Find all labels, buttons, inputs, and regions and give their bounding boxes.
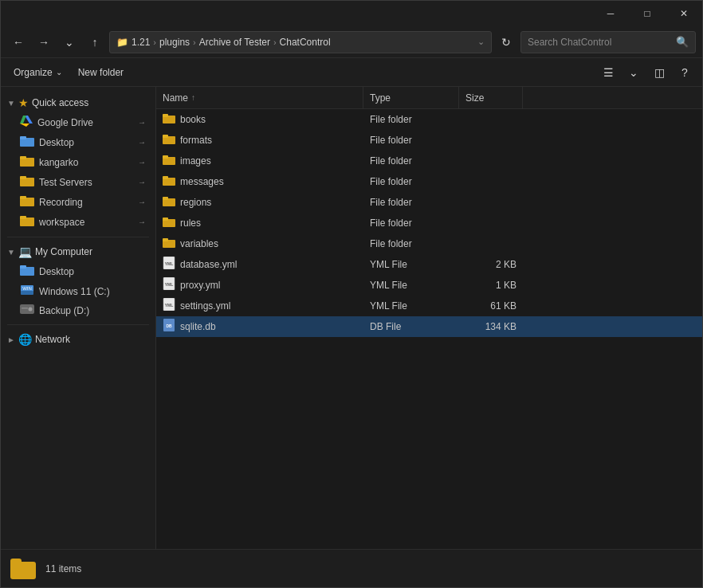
dropdown-recent-button[interactable]: ⌄ [58, 31, 81, 53]
address-part-4[interactable]: ChatControl [280, 37, 331, 48]
svg-text:DB: DB [166, 323, 172, 328]
table-row[interactable]: regions File folder [156, 192, 702, 213]
sidebar-item-desktop-drive[interactable]: Desktop [4, 261, 152, 281]
file-name: books [180, 114, 206, 125]
svg-marker-1 [20, 116, 26, 123]
address-part-3[interactable]: Archive of Tester [199, 37, 270, 48]
file-type: YML File [370, 300, 407, 312]
svg-rect-31 [163, 197, 168, 200]
table-row[interactable]: DB sqlite.db DB File 134 KB [156, 316, 702, 337]
file-name: images [180, 155, 211, 167]
table-row[interactable]: YML database.yml YML File 2 KB [156, 254, 702, 275]
organize-button[interactable]: Organize ⌄ [7, 62, 69, 83]
minimize-button[interactable]: ─ [592, 1, 629, 26]
col-header-name[interactable]: Name ↑ [156, 87, 363, 108]
view-dropdown-button[interactable]: ⌄ [622, 62, 645, 83]
file-name: variables [180, 238, 218, 249]
my-computer-chevron-icon: ▼ [7, 248, 15, 257]
sidebar-divider-1 [7, 237, 149, 237]
sidebar-item-windows-c-label: Windows 11 (C:) [39, 286, 146, 297]
sidebar-item-workspace-label: workspace [39, 217, 133, 228]
file-name: sqlite.db [180, 321, 216, 332]
table-row[interactable]: YML settings.yml YML File 61 KB [156, 296, 702, 316]
sidebar-section-quick-access: ▼ ★ Quick access Google Drive → [1, 93, 155, 232]
svg-marker-0 [25, 116, 33, 123]
forward-button[interactable]: → [33, 31, 55, 53]
sidebar-network-header[interactable]: ► 🌐 Network [1, 330, 155, 349]
sidebar-item-desktop-drive-label: Desktop [39, 266, 146, 277]
sidebar-item-windows-c[interactable]: WIN Windows 11 (C:) [4, 281, 152, 301]
file-cell-type: File folder [363, 155, 459, 167]
sidebar-quick-access-header[interactable]: ▼ ★ Quick access [1, 93, 155, 112]
title-bar: ─ □ ✕ [1, 1, 702, 26]
view-list-button[interactable]: ☰ [597, 62, 619, 83]
file-cell-type: YML File [363, 280, 459, 291]
sidebar-item-test-servers[interactable]: Test Servers → [4, 172, 152, 192]
maximize-button[interactable]: □ [629, 1, 666, 26]
new-folder-button[interactable]: New folder [72, 62, 130, 83]
sidebar-item-backup-d[interactable]: Backup (D:) [4, 301, 152, 319]
file-size: 134 KB [485, 321, 516, 332]
col-header-size[interactable]: Size [459, 87, 523, 108]
status-item-count: 11 items [45, 563, 81, 574]
folder-icon [163, 155, 175, 167]
address-part-2[interactable]: plugins [159, 37, 190, 48]
my-computer-label: My Computer [35, 246, 92, 257]
file-cell-type: DB File [363, 321, 459, 332]
address-bar[interactable]: 📁 1.21 › plugins › Archive of Tester › C… [109, 31, 492, 53]
sidebar-item-desktop-quick[interactable]: Desktop → [4, 132, 152, 152]
computer-icon: 💻 [18, 245, 32, 258]
title-bar-buttons: ─ □ ✕ [592, 1, 702, 26]
sidebar-my-computer-header[interactable]: ▼ 💻 My Computer [1, 242, 155, 261]
sidebar-item-google-drive-pin-icon: → [138, 118, 146, 127]
view-pane-button[interactable]: ◫ [648, 62, 670, 83]
sidebar-item-kangarko-pin-icon: → [138, 158, 146, 167]
new-folder-label: New folder [78, 67, 124, 78]
sidebar-item-recording[interactable]: Recording → [4, 192, 152, 212]
table-row[interactable]: formats File folder [156, 130, 702, 151]
svg-text:WIN: WIN [22, 286, 32, 291]
file-list-header: Name ↑ Type Size [156, 87, 702, 109]
file-name: settings.yml [180, 300, 230, 312]
col-header-type[interactable]: Type [363, 87, 459, 108]
sidebar-item-google-drive[interactable]: Google Drive → [4, 112, 152, 132]
svg-rect-17 [21, 291, 33, 295]
table-row[interactable]: rules File folder [156, 213, 702, 233]
sidebar-item-test-servers-label: Test Servers [39, 177, 133, 188]
table-row[interactable]: books File folder [156, 109, 702, 130]
up-button[interactable]: ↑ [84, 31, 106, 53]
status-folder-icon [10, 559, 36, 579]
breadcrumb-separator-1: › [153, 37, 156, 47]
refresh-button[interactable]: ↻ [495, 31, 517, 53]
sidebar-item-google-drive-label: Google Drive [37, 117, 133, 128]
svg-text:YML: YML [165, 282, 174, 287]
table-row[interactable]: images File folder [156, 151, 702, 171]
file-type: File folder [370, 135, 412, 146]
sidebar-item-workspace[interactable]: workspace → [4, 212, 152, 232]
search-input[interactable] [528, 37, 673, 48]
svg-rect-7 [20, 156, 26, 159]
help-button[interactable]: ? [674, 62, 696, 83]
file-type: File folder [370, 176, 412, 187]
svg-rect-5 [20, 136, 26, 139]
file-cell-name: DB sqlite.db [156, 319, 363, 334]
folder-icon [163, 175, 175, 188]
file-cell-type: YML File [363, 259, 459, 270]
close-button[interactable]: ✕ [666, 1, 702, 26]
file-cell-size: 61 KB [459, 300, 523, 312]
table-row[interactable]: messages File folder [156, 171, 702, 192]
win-drive-icon: WIN [20, 284, 34, 298]
file-size: 2 KB [496, 259, 516, 270]
sidebar-section-network: ► 🌐 Network [1, 330, 155, 349]
file-cell-name: formats [156, 134, 363, 147]
sidebar-item-kangarko[interactable]: kangarko → [4, 152, 152, 172]
svg-rect-27 [163, 155, 168, 159]
breadcrumb-separator-3: › [273, 37, 277, 47]
address-part-1[interactable]: 1.21 [132, 37, 150, 48]
table-row[interactable]: variables File folder [156, 233, 702, 254]
quick-access-star-icon: ★ [18, 96, 29, 109]
sidebar-section-my-computer: ▼ 💻 My Computer Desktop [1, 242, 155, 319]
table-row[interactable]: YML proxy.yml YML File 1 KB [156, 275, 702, 296]
file-cell-size: 2 KB [459, 259, 523, 270]
back-button[interactable]: ← [7, 31, 29, 53]
